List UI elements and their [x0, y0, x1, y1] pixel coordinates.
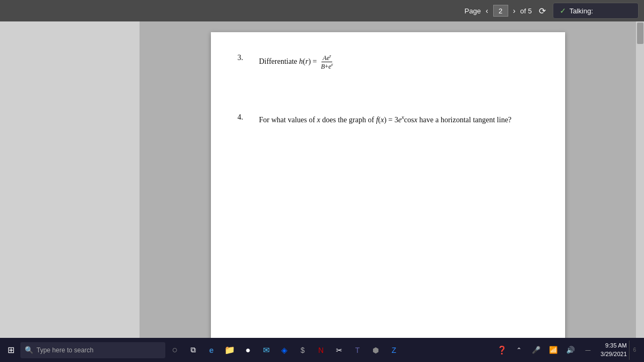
- problem-3: 3. Differentiate h(r) = AerB+er: [238, 54, 538, 70]
- chrome-icon: ●: [245, 345, 251, 355]
- date-display: 3/29/2021: [597, 350, 627, 358]
- main-content: 3. Differentiate h(r) = AerB+er 4. For w…: [0, 21, 644, 338]
- file-explorer-icon: 📁: [224, 345, 235, 355]
- prev-page-button[interactable]: ‹: [483, 5, 491, 16]
- snip-icon: ✂: [336, 346, 342, 354]
- mail-icon: ✉: [263, 345, 270, 355]
- scrollbar-thumb[interactable]: [637, 23, 643, 44]
- taskbar: ⊞ 🔍 Type here to search ○ ⧉ e 📁 ● ✉ ◈ $ …: [0, 338, 644, 362]
- search-icon: 🔍: [25, 346, 33, 354]
- battery-icon: ⸺: [584, 346, 591, 354]
- cortana-icon: ○: [172, 344, 178, 356]
- clock[interactable]: 9:35 AM 3/29/2021: [597, 342, 627, 358]
- reload-button[interactable]: ⟳: [536, 5, 548, 17]
- battery-icon-btn[interactable]: ⸺: [580, 343, 595, 358]
- chevron-up-icon: ⌃: [516, 346, 522, 354]
- problem-3-number: 3.: [238, 54, 259, 70]
- zoom-button[interactable]: Z: [385, 342, 402, 359]
- top-toolbar: Page ‹ › of 5 ⟳ ✓ Talking:: [0, 0, 644, 21]
- problem-3-text-prefix: Differentiate h(r) =: [259, 57, 319, 65]
- problem-4-content: For what values of x does the graph of f…: [259, 113, 538, 125]
- microphone-icon[interactable]: 🎤: [529, 343, 544, 358]
- system-tray: ❓ ⌃ 🎤 📶 🔊 ⸺ 9:35 AM 3/29/2021 6: [494, 341, 642, 360]
- sway-icon: $: [301, 346, 305, 354]
- page-navigation: Page ‹ › of 5: [465, 5, 532, 17]
- taskbar-search-bar[interactable]: 🔍 Type here to search: [20, 342, 165, 358]
- edge-button[interactable]: e: [203, 342, 220, 359]
- onenote-button[interactable]: N: [312, 342, 330, 359]
- question-icon: ❓: [497, 345, 507, 355]
- fraction-denominator: B+er: [320, 62, 334, 70]
- file-explorer-button[interactable]: 📁: [221, 342, 238, 359]
- talking-panel: ✓ Talking:: [553, 3, 639, 19]
- question-tray-icon[interactable]: ❓: [494, 343, 509, 358]
- talking-label: Talking:: [569, 7, 593, 15]
- other-app-button[interactable]: ⬢: [367, 342, 384, 359]
- fraction-numerator: Aer: [321, 54, 332, 62]
- talking-check-icon: ✓: [560, 6, 566, 15]
- start-button[interactable]: ⊞: [2, 342, 19, 359]
- start-icon: ⊞: [8, 345, 14, 355]
- zoom-icon: Z: [392, 346, 397, 354]
- problem-4-number: 4.: [238, 113, 259, 125]
- dropbox-button[interactable]: ◈: [276, 342, 293, 359]
- search-placeholder-text: Type here to search: [36, 346, 93, 354]
- problem-3-content: Differentiate h(r) = AerB+er: [259, 54, 538, 70]
- wifi-icon-btn[interactable]: 📶: [546, 343, 561, 358]
- volume-icon: 🔊: [566, 346, 575, 354]
- edge-icon: e: [209, 345, 214, 354]
- page-number-input[interactable]: [493, 5, 508, 17]
- teams-icon: T: [355, 346, 360, 354]
- page-label: Page: [465, 7, 481, 15]
- mic-icon: 🎤: [532, 346, 540, 354]
- dropbox-icon: ◈: [281, 345, 288, 355]
- left-panel: [0, 21, 140, 338]
- teams-button[interactable]: T: [349, 342, 366, 359]
- notification-corner[interactable]: 6: [629, 341, 640, 360]
- onenote-icon: N: [318, 346, 324, 354]
- cortana-button[interactable]: ○: [166, 342, 184, 359]
- chrome-button[interactable]: ●: [239, 342, 257, 359]
- page-total: of 5: [520, 7, 532, 15]
- notification-badge: 6: [633, 347, 636, 353]
- right-scrollbar[interactable]: [636, 21, 644, 338]
- problem-4: 4. For what values of x does the graph o…: [238, 113, 538, 125]
- document-area: 3. Differentiate h(r) = AerB+er 4. For w…: [140, 21, 636, 338]
- next-page-button[interactable]: ›: [510, 5, 518, 16]
- problem-3-fraction: AerB+er: [320, 54, 334, 70]
- other-app-icon: ⬢: [372, 346, 379, 354]
- wifi-icon: 📶: [549, 346, 558, 354]
- problem-4-text: For what values of x does the graph of f…: [259, 116, 512, 124]
- chevron-up-button[interactable]: ⌃: [511, 343, 526, 358]
- task-view-icon: ⧉: [191, 345, 196, 354]
- page-sheet: 3. Differentiate h(r) = AerB+er 4. For w…: [211, 32, 565, 338]
- mail-button[interactable]: ✉: [258, 342, 275, 359]
- time-display: 9:35 AM: [597, 342, 627, 350]
- volume-icon-btn[interactable]: 🔊: [563, 343, 578, 358]
- sway-button[interactable]: $: [294, 342, 311, 359]
- task-view-button[interactable]: ⧉: [185, 342, 202, 359]
- snip-button[interactable]: ✂: [331, 342, 348, 359]
